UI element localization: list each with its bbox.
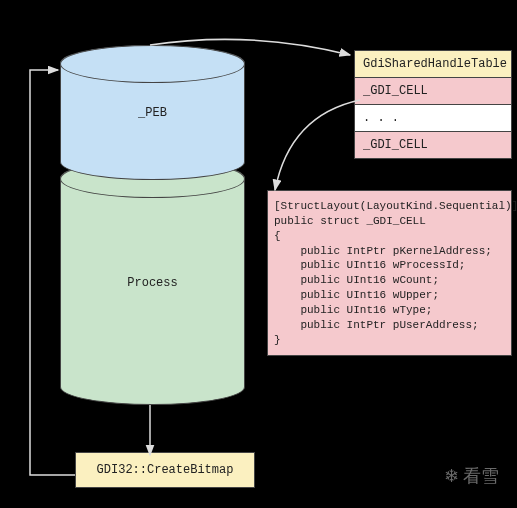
code-line: public UInt16 wCount; — [274, 274, 439, 286]
code-line: { — [274, 230, 281, 242]
snowflake-icon: ❄ — [444, 465, 459, 487]
gdi-handle-table: GdiSharedHandleTable _GDI_CELL . . . _GD… — [354, 50, 512, 159]
code-line: public IntPtr pKernelAddress; — [274, 245, 492, 257]
cylinder-peb: _PEB — [60, 45, 245, 180]
peb-label: _PEB — [138, 106, 167, 120]
table-row-ellipsis: . . . — [355, 105, 511, 132]
struct-code-box: [StructLayout(LayoutKind.Sequential)] pu… — [267, 190, 512, 356]
code-line: public struct _GDI_CELL — [274, 215, 426, 227]
table-row: _GDI_CELL — [355, 132, 511, 158]
code-line: public UInt16 wProcessId; — [274, 259, 465, 271]
table-header: GdiSharedHandleTable — [355, 51, 511, 78]
code-line: public UInt16 wType; — [274, 304, 432, 316]
watermark: ❄ 看雪 — [444, 464, 499, 488]
cylinder-process: Process — [60, 160, 245, 405]
code-line: [StructLayout(LayoutKind.Sequential)] — [274, 200, 517, 212]
create-bitmap-box: GDI32::CreateBitmap — [75, 452, 255, 488]
code-line: public IntPtr pUserAddress; — [274, 319, 479, 331]
table-row: _GDI_CELL — [355, 78, 511, 105]
create-bitmap-label: GDI32::CreateBitmap — [97, 463, 234, 477]
process-label: Process — [127, 276, 177, 290]
code-line: } — [274, 334, 281, 346]
code-line: public UInt16 wUpper; — [274, 289, 439, 301]
watermark-text: 看雪 — [463, 464, 499, 488]
